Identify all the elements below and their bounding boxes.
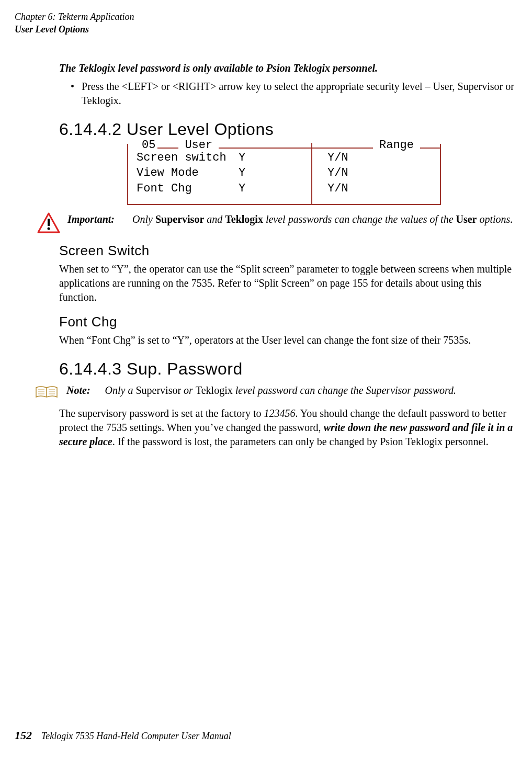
note-callout: Note: Only a Supervisor or Teklogix leve… xyxy=(34,383,517,400)
screen-switch-text: When set to “Y”, the operator can use th… xyxy=(59,262,517,304)
diagram-row: Font ChgYY/N xyxy=(137,181,432,197)
note-label: Note: xyxy=(66,383,98,398)
svg-rect-0 xyxy=(48,219,50,226)
user-options-diagram: 05 User Range Screen switchYY/N View Mod… xyxy=(127,144,441,205)
bullet-text: Press the <LEFT> or <RIGHT> arrow key to… xyxy=(82,80,517,108)
note-text: Only a Supervisor or Teklogix level pass… xyxy=(105,383,457,398)
diagram-row: View ModeYY/N xyxy=(137,165,432,181)
footer-manual-title: Teklogix 7535 Hand-Held Computer User Ma… xyxy=(41,730,231,742)
page-header-chapter: Chapter 6: Tekterm Application xyxy=(15,10,517,23)
important-label: Important: xyxy=(67,212,125,226)
page-header-section: User Level Options xyxy=(15,23,517,36)
lead-sentence: The Teklogix level password is only avai… xyxy=(59,61,517,75)
warning-icon xyxy=(37,212,60,233)
svg-point-1 xyxy=(48,227,50,230)
heading-6-14-4-3: 6.14.4.3 Sup. Password xyxy=(59,358,517,380)
sup-password-text: The supervisory password is set at the f… xyxy=(59,406,517,449)
important-text: Only Supervisor and Teklogix level passw… xyxy=(132,212,513,226)
important-callout: Important: Only Supervisor and Teklogix … xyxy=(37,212,517,233)
heading-screen-switch: Screen Switch xyxy=(59,242,517,260)
page-number: 152 xyxy=(15,728,32,743)
diagram-row: Screen switchYY/N xyxy=(137,150,432,166)
bullet-item: • Press the <LEFT> or <RIGHT> arrow key … xyxy=(59,80,517,108)
bullet-icon: • xyxy=(71,80,74,108)
book-icon xyxy=(34,384,59,400)
page-footer: 152 Teklogix 7535 Hand-Held Computer Use… xyxy=(15,728,231,743)
heading-font-chg: Font Chg xyxy=(59,313,517,331)
page-content: The Teklogix level password is only avai… xyxy=(59,61,517,449)
font-chg-text: When “Font Chg” is set to “Y”, operators… xyxy=(59,333,517,347)
